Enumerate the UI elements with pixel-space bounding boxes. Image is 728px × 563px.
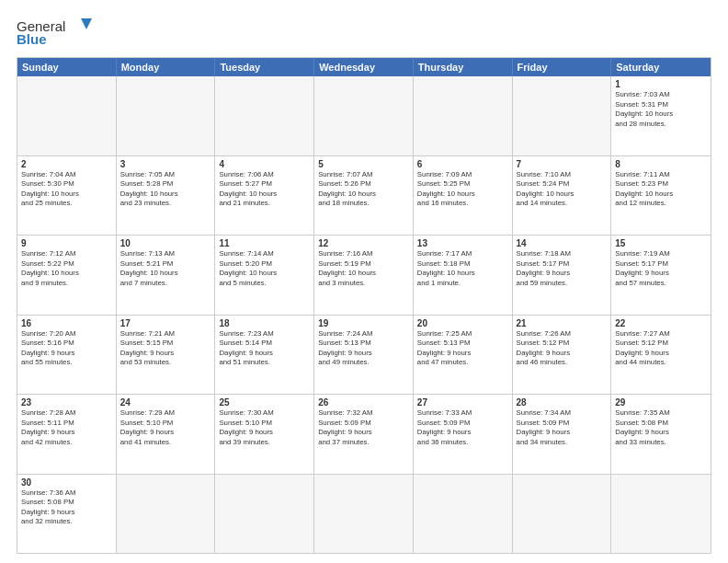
cell-info: Sunrise: 7:03 AM Sunset: 5:31 PM Dayligh… bbox=[615, 90, 707, 129]
day-number: 18 bbox=[219, 318, 310, 328]
cell-info: Sunrise: 7:25 AM Sunset: 5:13 PM Dayligh… bbox=[417, 329, 508, 368]
logo: GeneralBlue bbox=[17, 17, 99, 50]
day-cell-6: 6Sunrise: 7:09 AM Sunset: 5:25 PM Daylig… bbox=[414, 156, 513, 236]
calendar-row-4: 23Sunrise: 7:28 AM Sunset: 5:11 PM Dayli… bbox=[17, 394, 711, 474]
cell-info: Sunrise: 7:13 AM Sunset: 5:21 PM Dayligh… bbox=[120, 249, 211, 288]
empty-cell bbox=[513, 475, 612, 554]
day-number: 1 bbox=[615, 79, 707, 89]
day-number: 27 bbox=[417, 397, 508, 408]
cell-info: Sunrise: 7:04 AM Sunset: 5:30 PM Dayligh… bbox=[21, 170, 112, 209]
cell-info: Sunrise: 7:09 AM Sunset: 5:25 PM Dayligh… bbox=[417, 170, 508, 209]
svg-text:Blue: Blue bbox=[17, 31, 47, 47]
day-number: 6 bbox=[417, 159, 508, 169]
day-number: 8 bbox=[615, 159, 707, 169]
day-cell-28: 28Sunrise: 7:34 AM Sunset: 5:09 PM Dayli… bbox=[513, 395, 612, 474]
day-number: 20 bbox=[417, 318, 508, 328]
day-header-wednesday: Wednesday bbox=[314, 58, 414, 76]
day-cell-22: 22Sunrise: 7:27 AM Sunset: 5:12 PM Dayli… bbox=[611, 316, 711, 395]
header: GeneralBlue bbox=[17, 17, 711, 50]
day-cell-11: 11Sunrise: 7:14 AM Sunset: 5:20 PM Dayli… bbox=[215, 236, 314, 315]
day-cell-18: 18Sunrise: 7:23 AM Sunset: 5:14 PM Dayli… bbox=[215, 316, 314, 395]
cell-info: Sunrise: 7:14 AM Sunset: 5:20 PM Dayligh… bbox=[219, 249, 310, 288]
day-number: 25 bbox=[219, 397, 310, 408]
day-number: 7 bbox=[517, 159, 608, 169]
day-cell-2: 2Sunrise: 7:04 AM Sunset: 5:30 PM Daylig… bbox=[17, 156, 117, 236]
day-number: 28 bbox=[517, 397, 608, 408]
empty-cell bbox=[215, 76, 314, 155]
day-number: 19 bbox=[318, 318, 409, 328]
day-number: 21 bbox=[517, 318, 608, 328]
empty-cell bbox=[117, 475, 216, 554]
cell-info: Sunrise: 7:34 AM Sunset: 5:09 PM Dayligh… bbox=[517, 408, 608, 447]
day-number: 12 bbox=[318, 238, 409, 248]
day-cell-19: 19Sunrise: 7:24 AM Sunset: 5:13 PM Dayli… bbox=[314, 316, 414, 395]
empty-cell bbox=[314, 76, 414, 155]
day-cell-10: 10Sunrise: 7:13 AM Sunset: 5:21 PM Dayli… bbox=[117, 236, 216, 315]
day-cell-7: 7Sunrise: 7:10 AM Sunset: 5:24 PM Daylig… bbox=[513, 156, 612, 236]
cell-info: Sunrise: 7:17 AM Sunset: 5:18 PM Dayligh… bbox=[417, 249, 508, 288]
day-number: 24 bbox=[120, 397, 211, 408]
day-cell-1: 1Sunrise: 7:03 AM Sunset: 5:31 PM Daylig… bbox=[611, 76, 711, 155]
calendar-body: 1Sunrise: 7:03 AM Sunset: 5:31 PM Daylig… bbox=[17, 76, 711, 553]
day-cell-12: 12Sunrise: 7:16 AM Sunset: 5:19 PM Dayli… bbox=[314, 236, 414, 315]
cell-info: Sunrise: 7:35 AM Sunset: 5:08 PM Dayligh… bbox=[615, 408, 707, 447]
day-number: 4 bbox=[219, 159, 310, 169]
calendar-row-5: 30Sunrise: 7:36 AM Sunset: 5:08 PM Dayli… bbox=[17, 474, 711, 554]
day-cell-4: 4Sunrise: 7:06 AM Sunset: 5:27 PM Daylig… bbox=[215, 156, 314, 236]
day-number: 2 bbox=[21, 159, 112, 169]
day-number: 29 bbox=[615, 397, 707, 408]
cell-info: Sunrise: 7:10 AM Sunset: 5:24 PM Dayligh… bbox=[517, 170, 608, 209]
day-number: 10 bbox=[120, 238, 211, 248]
empty-cell bbox=[513, 76, 612, 155]
day-cell-25: 25Sunrise: 7:30 AM Sunset: 5:10 PM Dayli… bbox=[215, 395, 314, 474]
cell-info: Sunrise: 7:26 AM Sunset: 5:12 PM Dayligh… bbox=[517, 329, 608, 368]
empty-cell bbox=[117, 76, 216, 155]
day-number: 16 bbox=[21, 318, 112, 328]
cell-info: Sunrise: 7:24 AM Sunset: 5:13 PM Dayligh… bbox=[318, 329, 409, 368]
cell-info: Sunrise: 7:29 AM Sunset: 5:10 PM Dayligh… bbox=[120, 408, 211, 447]
empty-cell bbox=[414, 475, 513, 554]
day-header-monday: Monday bbox=[117, 58, 216, 76]
day-cell-15: 15Sunrise: 7:19 AM Sunset: 5:17 PM Dayli… bbox=[611, 236, 711, 315]
day-header-thursday: Thursday bbox=[414, 58, 513, 76]
day-number: 11 bbox=[219, 238, 310, 248]
cell-info: Sunrise: 7:16 AM Sunset: 5:19 PM Dayligh… bbox=[318, 249, 409, 288]
empty-cell bbox=[611, 475, 711, 554]
empty-cell bbox=[414, 76, 513, 155]
day-number: 13 bbox=[417, 238, 508, 248]
day-cell-9: 9Sunrise: 7:12 AM Sunset: 5:22 PM Daylig… bbox=[17, 236, 117, 315]
day-header-tuesday: Tuesday bbox=[215, 58, 314, 76]
day-number: 23 bbox=[21, 397, 112, 408]
logo-svg: GeneralBlue bbox=[17, 17, 99, 50]
day-number: 15 bbox=[615, 238, 707, 248]
empty-cell bbox=[314, 475, 414, 554]
day-cell-29: 29Sunrise: 7:35 AM Sunset: 5:08 PM Dayli… bbox=[611, 395, 711, 474]
day-number: 3 bbox=[120, 159, 211, 169]
cell-info: Sunrise: 7:19 AM Sunset: 5:17 PM Dayligh… bbox=[615, 249, 707, 288]
cell-info: Sunrise: 7:12 AM Sunset: 5:22 PM Dayligh… bbox=[21, 249, 112, 288]
empty-cell bbox=[17, 76, 117, 155]
cell-info: Sunrise: 7:30 AM Sunset: 5:10 PM Dayligh… bbox=[219, 408, 310, 447]
calendar-row-3: 16Sunrise: 7:20 AM Sunset: 5:16 PM Dayli… bbox=[17, 315, 711, 395]
calendar: SundayMondayTuesdayWednesdayThursdayFrid… bbox=[17, 57, 711, 554]
calendar-row-0: 1Sunrise: 7:03 AM Sunset: 5:31 PM Daylig… bbox=[17, 76, 711, 155]
day-cell-30: 30Sunrise: 7:36 AM Sunset: 5:08 PM Dayli… bbox=[17, 475, 117, 554]
cell-info: Sunrise: 7:06 AM Sunset: 5:27 PM Dayligh… bbox=[219, 170, 310, 209]
calendar-header: SundayMondayTuesdayWednesdayThursdayFrid… bbox=[17, 58, 711, 76]
day-cell-23: 23Sunrise: 7:28 AM Sunset: 5:11 PM Dayli… bbox=[17, 395, 117, 474]
day-header-saturday: Saturday bbox=[611, 58, 711, 76]
cell-info: Sunrise: 7:18 AM Sunset: 5:17 PM Dayligh… bbox=[517, 249, 608, 288]
calendar-row-1: 2Sunrise: 7:04 AM Sunset: 5:30 PM Daylig… bbox=[17, 155, 711, 236]
day-number: 26 bbox=[318, 397, 409, 408]
day-number: 5 bbox=[318, 159, 409, 169]
day-number: 30 bbox=[21, 477, 112, 488]
day-cell-5: 5Sunrise: 7:07 AM Sunset: 5:26 PM Daylig… bbox=[314, 156, 414, 236]
day-cell-17: 17Sunrise: 7:21 AM Sunset: 5:15 PM Dayli… bbox=[117, 316, 216, 395]
cell-info: Sunrise: 7:21 AM Sunset: 5:15 PM Dayligh… bbox=[120, 329, 211, 368]
day-cell-13: 13Sunrise: 7:17 AM Sunset: 5:18 PM Dayli… bbox=[414, 236, 513, 315]
day-cell-16: 16Sunrise: 7:20 AM Sunset: 5:16 PM Dayli… bbox=[17, 316, 117, 395]
page: GeneralBlue SundayMondayTuesdayWednesday… bbox=[0, 0, 728, 563]
day-cell-3: 3Sunrise: 7:05 AM Sunset: 5:28 PM Daylig… bbox=[117, 156, 216, 236]
day-cell-27: 27Sunrise: 7:33 AM Sunset: 5:09 PM Dayli… bbox=[414, 395, 513, 474]
cell-info: Sunrise: 7:20 AM Sunset: 5:16 PM Dayligh… bbox=[21, 329, 112, 368]
